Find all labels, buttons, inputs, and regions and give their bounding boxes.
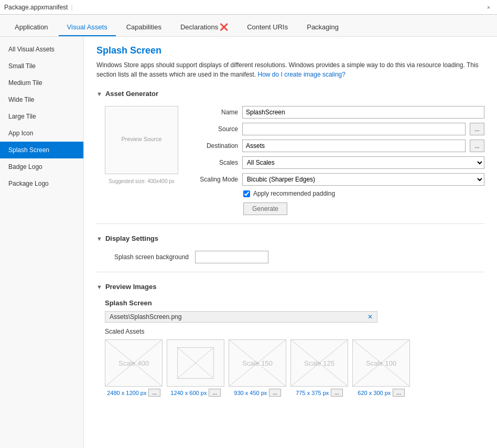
asset-generator-header[interactable]: ▼ Asset Generator — [96, 88, 484, 100]
scale-item-100: Scale 100 620 x 300 px ... — [352, 339, 410, 397]
tab-declarations[interactable]: Declarations❌ — [172, 19, 236, 36]
sidebar-item-medium-tile[interactable]: Medium Tile — [0, 74, 83, 91]
preview-images-title: Preview Images — [105, 283, 157, 291]
scale-item-x: 1240 x 600 px ... — [167, 339, 224, 397]
scale-dims-x: 1240 x 600 px — [170, 390, 207, 396]
main-layout: All Visual Assets Small Tile Medium Tile… — [0, 37, 497, 448]
field-name-input[interactable] — [242, 106, 484, 119]
page-description: Windows Store apps should support displa… — [96, 60, 484, 79]
field-name-row: Name — [191, 106, 484, 119]
sidebar-item-small-tile[interactable]: Small Tile — [0, 58, 83, 74]
page-title: Splash Screen — [96, 45, 484, 56]
scale-label-100: Scale 100 — [366, 359, 396, 367]
scale-browse-400[interactable]: ... — [148, 389, 160, 397]
scale-preview-x — [167, 339, 224, 387]
file-path-row: Assets\SplashScreen.png ✕ — [105, 311, 377, 323]
scale-preview-400: Scale 400 — [105, 339, 163, 387]
declarations-error-icon: ❌ — [220, 23, 228, 31]
display-settings-title: Display Settings — [105, 234, 158, 242]
field-destination-label: Destination — [191, 142, 238, 150]
field-scaling-mode-label: Scaling Mode — [191, 176, 238, 183]
bg-row: Splash screen background — [105, 251, 484, 263]
sidebar-item-package-logo[interactable]: Package Logo — [0, 175, 83, 192]
file-clear-button[interactable]: ✕ — [368, 313, 373, 321]
scale-item-150: Scale 150 930 x 450 px ... — [229, 339, 286, 397]
scale-dims-row-150: 930 x 450 px ... — [234, 389, 280, 397]
apply-padding-row: Apply recommended padding — [191, 190, 484, 197]
preview-box: Preview Source — [105, 106, 178, 174]
preview-sub-title: Splash Screen — [105, 299, 484, 307]
field-source-browse[interactable]: ... — [470, 123, 484, 135]
title-bar: Package.appxmanifest | × — [0, 0, 497, 15]
scaled-assets-label: Scaled Assets — [105, 328, 484, 335]
field-scales-row: Scales All Scales Scale 100 Scale 125 Sc… — [191, 156, 484, 169]
sidebar-item-splash-screen[interactable]: Splash Screen — [0, 142, 83, 158]
top-nav: Application Visual Assets Capabilities D… — [0, 15, 497, 37]
sidebar-item-all-visual-assets[interactable]: All Visual Assets — [0, 41, 83, 58]
preview-label: Preview Source — [121, 136, 161, 142]
file-path-text: Assets\SplashScreen.png — [110, 313, 365, 321]
display-settings-chevron: ▼ — [96, 236, 102, 242]
suggested-size: Suggested size: 400x400 px — [106, 176, 177, 186]
tab-content-uris[interactable]: Content URIs — [239, 19, 296, 36]
scale-browse-100[interactable]: ... — [393, 389, 404, 397]
field-source-row: Source ... — [191, 123, 484, 135]
display-settings-header[interactable]: ▼ Display Settings — [96, 232, 484, 244]
tab-visual-assets[interactable]: Visual Assets — [59, 19, 116, 36]
preview-images-body: Splash Screen Assets\SplashScreen.png ✕ … — [96, 299, 484, 397]
sidebar: All Visual Assets Small Tile Medium Tile… — [0, 37, 84, 448]
display-settings-section: ▼ Display Settings Splash screen backgro… — [96, 232, 484, 263]
scale-browse-x[interactable]: ... — [209, 389, 220, 397]
field-destination-browse[interactable]: ... — [470, 140, 484, 152]
scale-dims-row-400: 2480 x 1200 px ... — [107, 389, 160, 397]
sidebar-item-wide-tile[interactable]: Wide Tile — [0, 91, 83, 108]
field-destination-input[interactable] — [242, 140, 466, 152]
scale-label-150: Scale 150 — [242, 359, 273, 367]
scale-browse-125[interactable]: ... — [331, 389, 342, 397]
tab-capabilities[interactable]: Capabilities — [118, 19, 170, 36]
scale-item-400: Scale 400 2480 x 1200 px ... — [105, 339, 163, 397]
preview-container: Preview Source Suggested size: 400x400 p… — [105, 106, 178, 215]
scaling-help-link[interactable]: How do I create image scaling? — [258, 71, 345, 78]
scale-dims-100: 620 x 300 px — [358, 390, 391, 396]
scale-dims-row-125: 775 x 375 px ... — [296, 389, 342, 397]
sidebar-item-app-icon[interactable]: App Icon — [0, 125, 83, 142]
field-scaling-mode-select[interactable]: Bicubic (Sharper Edges) Bicubic Linear N… — [242, 173, 484, 186]
bg-input[interactable] — [195, 251, 268, 263]
generate-button[interactable]: Generate — [243, 202, 287, 215]
field-name-label: Name — [191, 109, 238, 116]
asset-generator-title: Asset Generator — [105, 90, 158, 98]
sidebar-item-large-tile[interactable]: Large Tile — [0, 108, 83, 125]
content-area: Splash Screen Windows Store apps should … — [84, 37, 497, 448]
scale-dims-150: 930 x 450 px — [234, 390, 267, 396]
scale-preview-125: Scale 125 — [290, 339, 348, 387]
field-scaling-mode-row: Scaling Mode Bicubic (Sharper Edges) Bic… — [191, 173, 484, 186]
scale-label-125: Scale 125 — [304, 359, 334, 367]
asset-generator-section: ▼ Asset Generator Preview Source Suggest… — [96, 88, 484, 215]
scale-preview-100: Scale 100 — [352, 339, 410, 387]
title-bar-filename: Package.appxmanifest — [4, 4, 68, 11]
scale-preview-150: Scale 150 — [229, 339, 286, 387]
tab-application[interactable]: Application — [6, 19, 57, 36]
scale-label-400: Scale 400 — [118, 359, 149, 367]
bg-label: Splash screen background — [105, 253, 189, 261]
scale-dims-row-100: 620 x 300 px ... — [358, 389, 404, 397]
apply-padding-checkbox[interactable] — [243, 190, 250, 197]
asset-generator-form: Name Source ... Destination ... — [191, 106, 484, 215]
field-source-input[interactable] — [242, 123, 466, 135]
field-destination-row: Destination ... — [191, 140, 484, 152]
preview-images-chevron: ▼ — [96, 284, 102, 290]
preview-images-section: ▼ Preview Images Splash Screen Assets\Sp… — [96, 281, 484, 397]
tab-packaging[interactable]: Packaging — [298, 19, 347, 36]
title-bar-close[interactable]: × — [484, 3, 493, 12]
display-settings-body: Splash screen background — [96, 251, 484, 263]
scale-dims-400: 2480 x 1200 px — [107, 390, 146, 396]
sidebar-item-badge-logo[interactable]: Badge Logo — [0, 158, 83, 175]
divider-1 — [96, 223, 484, 224]
preview-images-header[interactable]: ▼ Preview Images — [96, 281, 484, 293]
field-source-label: Source — [191, 125, 238, 133]
apply-padding-label: Apply recommended padding — [253, 190, 335, 197]
field-scales-select[interactable]: All Scales Scale 100 Scale 125 Scale 150… — [242, 156, 484, 169]
scale-dims-125: 775 x 375 px — [296, 390, 329, 396]
scale-browse-150[interactable]: ... — [269, 389, 280, 397]
